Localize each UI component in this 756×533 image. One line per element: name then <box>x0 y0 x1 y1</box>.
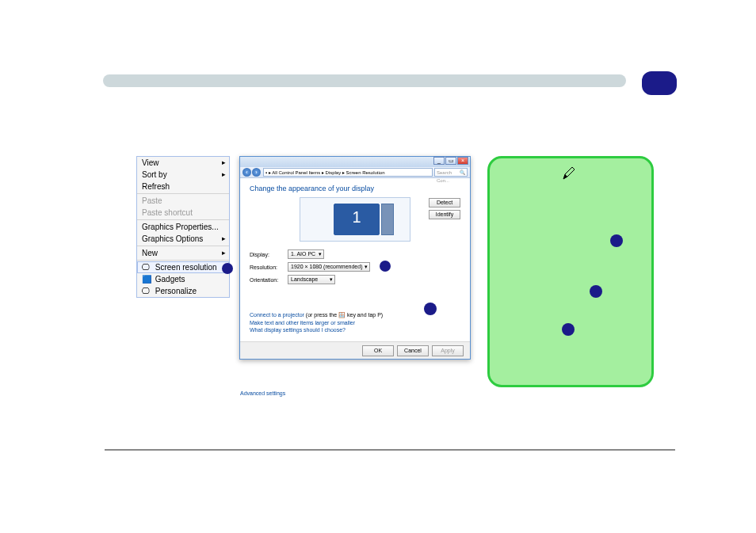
display-label: Display: <box>250 252 288 257</box>
submenu-arrow-icon: ▸ <box>222 158 226 166</box>
annotation-bullet <box>222 263 233 274</box>
menu-screen-resolution[interactable]: 🖵 Screen resolution <box>137 261 229 273</box>
submenu-arrow-icon: ▸ <box>222 234 226 242</box>
label: Graphics Properties... <box>142 223 219 231</box>
titlebar[interactable]: _ ▭ × <box>240 157 470 167</box>
detect-button[interactable]: Detect <box>429 198 460 207</box>
orientation-select[interactable]: Landscape <box>288 275 335 284</box>
menu-graphics-options[interactable]: Graphics Options ▸ <box>137 233 229 245</box>
label-extra: (or press the 🪟 key and tap P) <box>304 312 383 318</box>
display-preview[interactable]: 1 <box>300 197 410 242</box>
row-display: Display: 1. AIO PC <box>250 249 460 259</box>
note-box <box>487 156 654 387</box>
label: Connect to a projector <box>250 312 304 318</box>
nav-forward-button[interactable]: › <box>252 168 261 177</box>
maximize-button[interactable]: ▭ <box>445 157 456 165</box>
close-button[interactable]: × <box>457 157 468 165</box>
menu-gadgets[interactable]: 🟦 Gadgets <box>137 273 229 285</box>
label: New <box>142 249 158 257</box>
desktop-context-menu: View ▸ Sort by ▸ Refresh Paste Paste sho… <box>136 156 230 298</box>
separator <box>137 193 229 194</box>
address-bar: ‹ › ▪ ▸ All Control Panel Items ▸ Displa… <box>240 167 470 178</box>
minimize-button[interactable]: _ <box>433 157 445 165</box>
window-controls: _ ▭ × <box>433 157 468 165</box>
window-body: Change the appearance of your display 1 … <box>240 178 470 341</box>
screen-resolution-window: _ ▭ × ‹ › ▪ ▸ All Control Panel Items ▸ … <box>239 156 471 360</box>
annotation-bullet <box>610 234 623 247</box>
cancel-button[interactable]: Cancel <box>397 345 429 356</box>
label: Sort by <box>142 170 167 179</box>
personalize-icon: 🖵 <box>142 287 151 295</box>
annotation-bullet <box>590 285 602 298</box>
menu-new[interactable]: New ▸ <box>137 247 229 259</box>
menu-paste: Paste <box>137 195 229 207</box>
label: Graphics Options <box>142 234 203 243</box>
monitor-secondary-icon[interactable] <box>381 204 394 235</box>
label: Paste <box>142 196 162 205</box>
annotation-bullet <box>380 261 391 272</box>
monitor-1-icon[interactable]: 1 <box>334 204 380 235</box>
nav-back-button[interactable]: ‹ <box>242 168 251 177</box>
separator <box>137 260 229 261</box>
label: Gadgets <box>155 275 185 284</box>
menu-view[interactable]: View ▸ <box>137 157 229 169</box>
row-orientation: Orientation: Landscape <box>250 275 460 284</box>
label: Paste shortcut <box>142 208 193 217</box>
display-help-link[interactable]: What display settings should I choose? <box>250 327 460 333</box>
footer-separator <box>105 449 675 451</box>
menu-personalize[interactable]: 🖵 Personalize <box>137 285 229 297</box>
row-resolution: Resolution: 1920 × 1080 (recommended) <box>250 262 460 272</box>
settings-form: Display: 1. AIO PC Resolution: 1920 × 10… <box>250 249 460 284</box>
separator <box>137 246 229 246</box>
ok-button[interactable]: OK <box>362 345 394 356</box>
submenu-arrow-icon: ▸ <box>222 249 226 257</box>
text-size-link[interactable]: Make text and other items larger or smal… <box>250 320 460 326</box>
button-bar: OK Cancel Apply <box>240 341 470 359</box>
gadgets-icon: 🟦 <box>142 275 151 283</box>
menu-refresh[interactable]: Refresh <box>137 181 229 192</box>
header-badge <box>642 71 677 95</box>
orientation-label: Orientation: <box>250 277 288 283</box>
pencil-icon <box>562 166 576 181</box>
menu-paste-shortcut: Paste shortcut <box>137 207 229 219</box>
identify-button[interactable]: Identify <box>429 210 460 219</box>
annotation-bullet <box>424 303 437 315</box>
submenu-arrow-icon: ▸ <box>222 170 226 178</box>
resolution-label: Resolution: <box>250 265 288 270</box>
monitor-icon: 🖵 <box>142 263 151 271</box>
advanced-settings-link[interactable]: Advanced settings <box>240 390 451 396</box>
label: Advanced settings <box>240 390 285 396</box>
menu-graphics-properties[interactable]: Graphics Properties... <box>137 221 229 233</box>
label: Screen resolution <box>155 263 217 272</box>
annotation-bullet <box>562 323 575 336</box>
label: Personalize <box>155 287 197 295</box>
page-title: Change the appearance of your display <box>250 185 460 192</box>
menu-sort-by[interactable]: Sort by ▸ <box>137 169 229 181</box>
label: View <box>142 158 159 167</box>
search-input[interactable]: Search Con... <box>434 168 468 177</box>
apply-button[interactable]: Apply <box>432 345 464 356</box>
display-select[interactable]: 1. AIO PC <box>288 249 324 259</box>
resolution-select[interactable]: 1920 × 1080 (recommended) <box>288 262 370 272</box>
breadcrumb[interactable]: ▪ ▸ All Control Panel Items ▸ Display ▸ … <box>263 168 433 177</box>
header-bar <box>103 74 626 87</box>
label: Refresh <box>142 182 170 191</box>
separator <box>137 219 229 220</box>
